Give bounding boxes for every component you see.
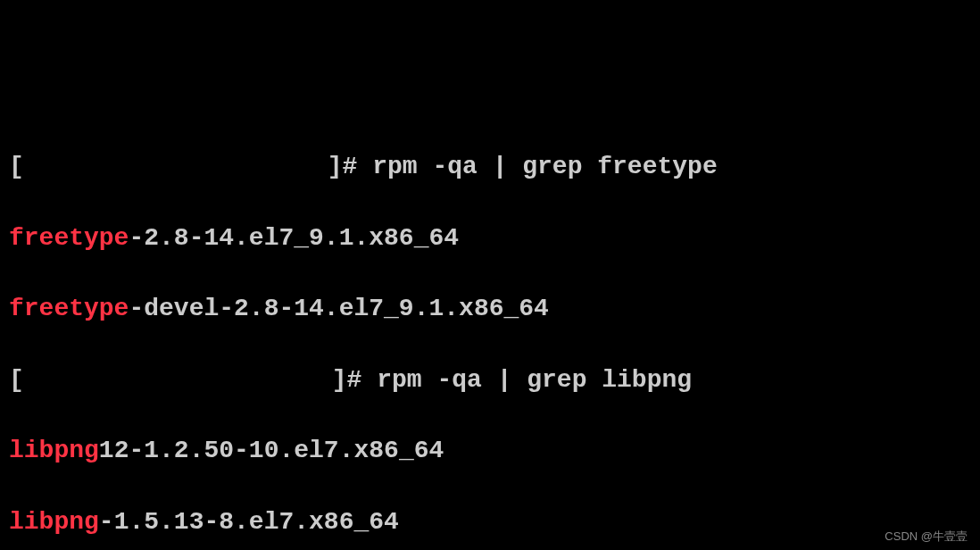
command-text: rpm -qa | grep libpng bbox=[361, 366, 692, 394]
terminal-line-6: libpng-1.5.13-8.el7.x86_64 bbox=[9, 504, 971, 540]
command-text: rpm -qa | grep freetype bbox=[357, 153, 717, 180]
output-text: 12-1.2.50-10.el7.x86_64 bbox=[99, 437, 444, 464]
grep-match: libpng bbox=[9, 508, 99, 536]
terminal-line-5: libpng12-1.2.50-10.el7.x86_64 bbox=[9, 433, 971, 469]
output-text: -devel-2.8-14.el7_9.1.x86_64 bbox=[129, 295, 548, 322]
grep-match: freetype bbox=[9, 295, 129, 322]
terminal-line-3: freetype-devel-2.8-14.el7_9.1.x86_64 bbox=[9, 291, 971, 327]
watermark-text: CSDN @牛壹壹 bbox=[884, 529, 968, 545]
grep-match: freetype bbox=[9, 224, 129, 252]
redacted-hostname bbox=[24, 365, 332, 390]
terminal-line-1: []# rpm -qa | grep freetype bbox=[9, 149, 971, 185]
terminal-line-4: []# rpm -qa | grep libpng bbox=[9, 362, 971, 398]
terminal-line-2: freetype-2.8-14.el7_9.1.x86_64 bbox=[9, 221, 971, 256]
prompt-bracket-open: [ bbox=[9, 153, 24, 180]
output-text: -2.8-14.el7_9.1.x86_64 bbox=[129, 224, 459, 252]
prompt-bracket-open: [ bbox=[9, 366, 24, 394]
redacted-hostname bbox=[24, 153, 328, 178]
prompt-bracket-close: ]# bbox=[328, 153, 358, 180]
grep-match: libpng bbox=[9, 437, 99, 464]
output-text: -1.5.13-8.el7.x86_64 bbox=[99, 508, 399, 536]
prompt-bracket-close: ]# bbox=[332, 366, 362, 394]
